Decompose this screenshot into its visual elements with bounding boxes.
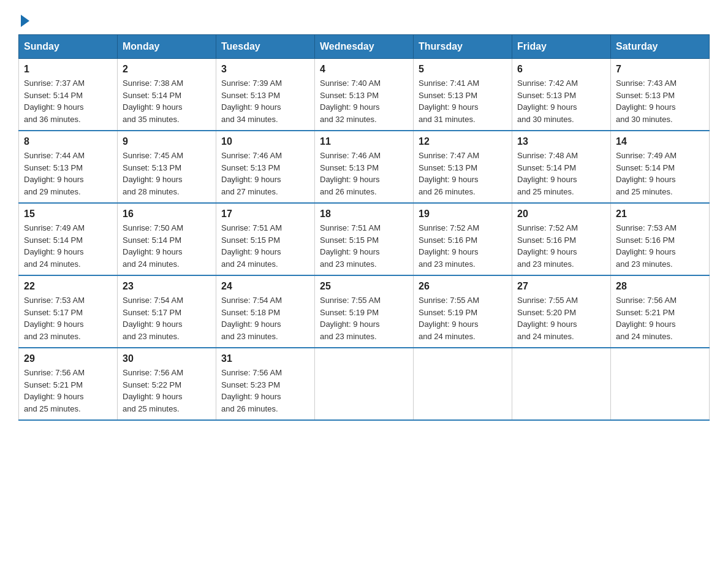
calendar-week-row: 8 Sunrise: 7:44 AM Sunset: 5:13 PM Dayli… — [19, 131, 710, 203]
day-number: 31 — [221, 353, 309, 364]
day-number: 8 — [24, 136, 112, 147]
calendar-day-cell: 13 Sunrise: 7:48 AM Sunset: 5:14 PM Dayl… — [512, 131, 611, 203]
calendar-week-row: 22 Sunrise: 7:53 AM Sunset: 5:17 PM Dayl… — [19, 275, 710, 348]
calendar-day-cell: 1 Sunrise: 7:37 AM Sunset: 5:14 PM Dayli… — [19, 59, 118, 131]
day-number: 1 — [24, 64, 112, 75]
day-info: Sunrise: 7:54 AM Sunset: 5:17 PM Dayligh… — [123, 294, 211, 342]
calendar-day-cell: 23 Sunrise: 7:54 AM Sunset: 5:17 PM Dayl… — [118, 275, 216, 348]
day-info: Sunrise: 7:38 AM Sunset: 5:14 PM Dayligh… — [123, 77, 211, 125]
day-info: Sunrise: 7:56 AM Sunset: 5:22 PM Dayligh… — [123, 367, 211, 415]
day-number: 3 — [221, 64, 309, 75]
calendar-day-cell: 31 Sunrise: 7:56 AM Sunset: 5:23 PM Dayl… — [216, 348, 315, 420]
calendar-day-cell: 19 Sunrise: 7:52 AM Sunset: 5:16 PM Dayl… — [414, 203, 512, 275]
day-info: Sunrise: 7:45 AM Sunset: 5:13 PM Dayligh… — [123, 150, 211, 197]
calendar-day-header: Thursday — [414, 35, 512, 59]
calendar-day-cell: 17 Sunrise: 7:51 AM Sunset: 5:15 PM Dayl… — [216, 203, 315, 275]
calendar-day-cell: 3 Sunrise: 7:39 AM Sunset: 5:13 PM Dayli… — [216, 59, 315, 131]
day-info: Sunrise: 7:48 AM Sunset: 5:14 PM Dayligh… — [517, 150, 605, 197]
day-info: Sunrise: 7:46 AM Sunset: 5:13 PM Dayligh… — [221, 150, 309, 197]
day-number: 11 — [320, 136, 408, 147]
calendar-week-row: 1 Sunrise: 7:37 AM Sunset: 5:14 PM Dayli… — [19, 59, 710, 131]
day-info: Sunrise: 7:42 AM Sunset: 5:13 PM Dayligh… — [517, 77, 605, 125]
day-info: Sunrise: 7:43 AM Sunset: 5:13 PM Dayligh… — [616, 77, 704, 125]
day-info: Sunrise: 7:52 AM Sunset: 5:16 PM Dayligh… — [419, 222, 507, 270]
calendar-day-header: Friday — [512, 35, 611, 59]
calendar-day-cell: 24 Sunrise: 7:54 AM Sunset: 5:18 PM Dayl… — [216, 275, 315, 348]
calendar-day-cell: 16 Sunrise: 7:50 AM Sunset: 5:14 PM Dayl… — [118, 203, 216, 275]
calendar-header-row: SundayMondayTuesdayWednesdayThursdayFrid… — [19, 35, 710, 59]
day-info: Sunrise: 7:49 AM Sunset: 5:14 PM Dayligh… — [24, 222, 112, 270]
day-number: 18 — [320, 209, 408, 220]
day-number: 30 — [123, 353, 211, 364]
calendar-day-cell: 6 Sunrise: 7:42 AM Sunset: 5:13 PM Dayli… — [512, 59, 611, 131]
day-number: 19 — [419, 209, 507, 220]
calendar-day-cell: 25 Sunrise: 7:55 AM Sunset: 5:19 PM Dayl… — [315, 275, 414, 348]
calendar-body: 1 Sunrise: 7:37 AM Sunset: 5:14 PM Dayli… — [19, 59, 710, 421]
calendar-day-cell: 20 Sunrise: 7:52 AM Sunset: 5:16 PM Dayl… — [512, 203, 611, 275]
calendar-day-cell: 29 Sunrise: 7:56 AM Sunset: 5:21 PM Dayl… — [19, 348, 118, 420]
day-number: 24 — [221, 281, 309, 292]
calendar-day-cell: 28 Sunrise: 7:56 AM Sunset: 5:21 PM Dayl… — [611, 275, 710, 348]
day-number: 17 — [221, 209, 309, 220]
day-number: 12 — [419, 136, 507, 147]
day-number: 25 — [320, 281, 408, 292]
day-info: Sunrise: 7:47 AM Sunset: 5:13 PM Dayligh… — [419, 150, 507, 197]
calendar-day-cell: 22 Sunrise: 7:53 AM Sunset: 5:17 PM Dayl… — [19, 275, 118, 348]
calendar-day-cell: 21 Sunrise: 7:53 AM Sunset: 5:16 PM Dayl… — [611, 203, 710, 275]
day-number: 9 — [123, 136, 211, 147]
day-number: 2 — [123, 64, 211, 75]
calendar-day-cell: 14 Sunrise: 7:49 AM Sunset: 5:14 PM Dayl… — [611, 131, 710, 203]
calendar-day-cell — [512, 348, 611, 420]
calendar-day-header: Monday — [118, 35, 216, 59]
day-info: Sunrise: 7:37 AM Sunset: 5:14 PM Dayligh… — [24, 77, 112, 125]
day-info: Sunrise: 7:56 AM Sunset: 5:21 PM Dayligh… — [24, 367, 112, 415]
calendar-week-row: 29 Sunrise: 7:56 AM Sunset: 5:21 PM Dayl… — [19, 348, 710, 420]
day-number: 26 — [419, 281, 507, 292]
day-number: 21 — [616, 209, 704, 220]
calendar-day-cell: 26 Sunrise: 7:55 AM Sunset: 5:19 PM Dayl… — [414, 275, 512, 348]
day-info: Sunrise: 7:50 AM Sunset: 5:14 PM Dayligh… — [123, 222, 211, 270]
calendar-day-cell: 8 Sunrise: 7:44 AM Sunset: 5:13 PM Dayli… — [19, 131, 118, 203]
logo — [18, 12, 29, 25]
day-info: Sunrise: 7:52 AM Sunset: 5:16 PM Dayligh… — [517, 222, 605, 270]
calendar-day-cell: 7 Sunrise: 7:43 AM Sunset: 5:13 PM Dayli… — [611, 59, 710, 131]
day-info: Sunrise: 7:49 AM Sunset: 5:14 PM Dayligh… — [616, 150, 704, 197]
day-number: 13 — [517, 136, 605, 147]
calendar-day-cell: 10 Sunrise: 7:46 AM Sunset: 5:13 PM Dayl… — [216, 131, 315, 203]
day-info: Sunrise: 7:53 AM Sunset: 5:16 PM Dayligh… — [616, 222, 704, 270]
calendar-day-cell: 2 Sunrise: 7:38 AM Sunset: 5:14 PM Dayli… — [118, 59, 216, 131]
day-info: Sunrise: 7:51 AM Sunset: 5:15 PM Dayligh… — [221, 222, 309, 270]
day-number: 16 — [123, 209, 211, 220]
day-number: 27 — [517, 281, 605, 292]
day-info: Sunrise: 7:44 AM Sunset: 5:13 PM Dayligh… — [24, 150, 112, 197]
day-info: Sunrise: 7:53 AM Sunset: 5:17 PM Dayligh… — [24, 294, 112, 342]
calendar-day-cell: 15 Sunrise: 7:49 AM Sunset: 5:14 PM Dayl… — [19, 203, 118, 275]
day-info: Sunrise: 7:56 AM Sunset: 5:21 PM Dayligh… — [616, 294, 704, 342]
day-info: Sunrise: 7:41 AM Sunset: 5:13 PM Dayligh… — [419, 77, 507, 125]
day-info: Sunrise: 7:56 AM Sunset: 5:23 PM Dayligh… — [221, 367, 309, 415]
calendar-day-cell: 18 Sunrise: 7:51 AM Sunset: 5:15 PM Dayl… — [315, 203, 414, 275]
day-info: Sunrise: 7:40 AM Sunset: 5:13 PM Dayligh… — [320, 77, 408, 125]
calendar-day-cell: 9 Sunrise: 7:45 AM Sunset: 5:13 PM Dayli… — [118, 131, 216, 203]
day-info: Sunrise: 7:55 AM Sunset: 5:19 PM Dayligh… — [419, 294, 507, 342]
calendar-table: SundayMondayTuesdayWednesdayThursdayFrid… — [18, 34, 710, 421]
calendar-day-cell — [414, 348, 512, 420]
calendar-day-header: Tuesday — [216, 35, 315, 59]
calendar-day-cell: 27 Sunrise: 7:55 AM Sunset: 5:20 PM Dayl… — [512, 275, 611, 348]
day-info: Sunrise: 7:55 AM Sunset: 5:20 PM Dayligh… — [517, 294, 605, 342]
day-number: 6 — [517, 64, 605, 75]
calendar-day-cell: 4 Sunrise: 7:40 AM Sunset: 5:13 PM Dayli… — [315, 59, 414, 131]
page-header — [18, 12, 710, 25]
day-number: 28 — [616, 281, 704, 292]
day-info: Sunrise: 7:55 AM Sunset: 5:19 PM Dayligh… — [320, 294, 408, 342]
day-number: 23 — [123, 281, 211, 292]
calendar-day-cell: 30 Sunrise: 7:56 AM Sunset: 5:22 PM Dayl… — [118, 348, 216, 420]
calendar-day-cell: 5 Sunrise: 7:41 AM Sunset: 5:13 PM Dayli… — [414, 59, 512, 131]
calendar-week-row: 15 Sunrise: 7:49 AM Sunset: 5:14 PM Dayl… — [19, 203, 710, 275]
day-number: 15 — [24, 209, 112, 220]
day-number: 29 — [24, 353, 112, 364]
calendar-day-header: Saturday — [611, 35, 710, 59]
day-number: 14 — [616, 136, 704, 147]
day-number: 20 — [517, 209, 605, 220]
calendar-day-cell: 12 Sunrise: 7:47 AM Sunset: 5:13 PM Dayl… — [414, 131, 512, 203]
